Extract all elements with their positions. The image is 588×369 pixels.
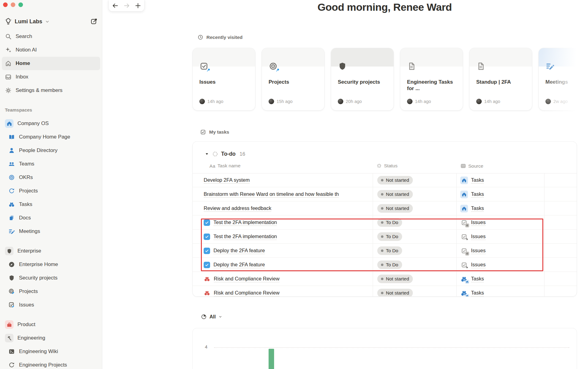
sidebar-item-security-projects[interactable]: Security projects	[2, 271, 100, 285]
forward-arrow-icon[interactable]	[123, 2, 130, 9]
status-badge[interactable]: Not started	[377, 204, 413, 213]
source-cell[interactable]: Tasks	[460, 201, 484, 215]
sidebar-item-meetings[interactable]: Meetings	[2, 225, 100, 238]
status-dot	[381, 278, 383, 280]
source-cell[interactable]: Issues	[460, 230, 486, 244]
task-name-cell[interactable]: Review and address feedback	[204, 201, 371, 215]
source-cell[interactable]: Issues	[460, 258, 486, 272]
source-cell[interactable]: Tasks	[460, 173, 484, 187]
status-badge[interactable]: Not started	[377, 190, 413, 199]
sidebar-item-company-os[interactable]: Company OS	[2, 117, 100, 130]
status-badge[interactable]: Not started	[377, 289, 413, 296]
source-cell[interactable]: Issues	[460, 244, 486, 258]
sidebar-item-settings-members[interactable]: Settings & members	[2, 84, 100, 97]
document-icon	[407, 62, 416, 71]
sidebar-item-teams[interactable]: Teams	[2, 157, 100, 171]
status-badge[interactable]: To Do	[377, 218, 402, 227]
task-row: Test the 2FA implementationTo DoIssues	[193, 215, 577, 230]
sidebar-item-people-directory[interactable]: People Directory	[2, 144, 100, 157]
task-name-cell[interactable]: Risk and Compliance Review	[204, 272, 371, 286]
column-header-source[interactable]: Source	[460, 163, 483, 169]
recent-card-security-projects[interactable]: Security projects20h ago	[331, 48, 394, 110]
status-dot	[381, 249, 383, 252]
recent-card-engineering-tasks-for[interactable]: Engineering Tasks for ...14h ago	[400, 48, 463, 110]
sidebar-item-enterprise-home[interactable]: Enterprise Home	[2, 258, 100, 271]
sidebar-item-okrs[interactable]: OKRs	[2, 171, 100, 184]
task-name-cell[interactable]: Test the 2FA implementation	[204, 230, 371, 244]
sidebar-item-home[interactable]: Home	[2, 57, 100, 70]
sidebar-item-notion-ai[interactable]: Notion AI	[2, 43, 100, 57]
terminal-icon	[8, 348, 15, 355]
recent-card-meetings[interactable]: Meetings2w ago	[539, 48, 588, 110]
minimize-window-button[interactable]	[11, 2, 15, 7]
status-cell: To Do	[377, 244, 402, 258]
sidebar-item-company-home-page[interactable]: Company Home Page	[2, 130, 100, 144]
source-cell[interactable]: Tasks	[460, 272, 484, 286]
sidebar-item-engineering-wiki[interactable]: Engineering Wiki	[2, 345, 100, 358]
avatar	[199, 99, 205, 104]
source-cell[interactable]: Tasks	[460, 187, 484, 201]
status-badge[interactable]: To Do	[377, 232, 402, 241]
sidebar-item-engineering[interactable]: Engineering	[2, 331, 100, 345]
chart-panel: 4	[193, 328, 577, 369]
card-timestamp: 15h ago	[277, 99, 292, 104]
source-cell[interactable]: Tasks	[460, 286, 484, 296]
card-footer: 2w ago	[545, 99, 568, 104]
source-name: Tasks	[471, 177, 484, 184]
sidebar-item-issues[interactable]: Issues	[2, 298, 100, 312]
task-name: Develop 2FA system	[204, 177, 250, 184]
task-name-cell[interactable]: Deploy the 2FA feature	[204, 258, 371, 272]
task-name-cell[interactable]: Brainstorm with Renee Ward on timeline a…	[204, 187, 371, 201]
recently-visited-label: Recently visited	[206, 35, 243, 40]
task-name-cell[interactable]: Risk and Compliance Review	[204, 286, 371, 296]
task-checkbox-checked[interactable]	[204, 234, 210, 240]
avatar	[269, 99, 274, 104]
compose-icon[interactable]	[90, 18, 98, 25]
sidebar-item-tasks[interactable]: Tasks	[2, 198, 100, 211]
column-header-status[interactable]: Status	[376, 163, 398, 169]
task-name-cell[interactable]: Test the 2FA implementation	[204, 215, 371, 230]
card-footer: 14h ago	[476, 99, 500, 104]
sidebar-item-product[interactable]: Product	[2, 318, 100, 331]
filter-label: All	[209, 314, 216, 320]
status-badge[interactable]: To Do	[377, 246, 402, 255]
main-content: Good morning, Renee Ward Recently visite…	[102, 0, 588, 369]
sidebar-item-projects[interactable]: Projects	[2, 184, 100, 198]
recently-visited-cards: Issues14h agoProjects15h agoSecurity pro…	[193, 48, 588, 112]
task-name: Test the 2FA implementation	[213, 219, 277, 226]
todo-group-toggle[interactable]: To-do 16	[205, 151, 245, 157]
task-checkbox-checked[interactable]	[204, 219, 210, 226]
sidebar-item-search[interactable]: Search	[2, 30, 100, 43]
recent-card-standup-2fa[interactable]: Standup | 2FA14h ago	[469, 48, 532, 110]
task-row: Deploy the 2FA featureTo DoIssues	[193, 258, 577, 272]
recent-card-issues[interactable]: Issues14h ago	[193, 48, 255, 110]
status-badge[interactable]: To Do	[377, 261, 402, 269]
task-name: Brainstorm with Renee Ward on timeline a…	[204, 191, 339, 198]
sidebar-top-menu: SearchNotion AIHomeInboxSettings & membe…	[2, 30, 100, 97]
workspace-switcher[interactable]: Lumi Labs	[2, 16, 100, 27]
status-badge[interactable]: Not started	[377, 176, 413, 184]
column-header-task-name[interactable]: Aa Task name	[209, 163, 240, 169]
new-tab-icon[interactable]	[134, 2, 141, 9]
sidebar-item-projects[interactable]: Projects	[2, 285, 100, 298]
status-dot	[381, 264, 383, 266]
card-footer: 20h ago	[338, 99, 362, 104]
sidebar-item-engineering-projects[interactable]: Engineering Projects	[2, 358, 100, 369]
task-checkbox-checked[interactable]	[204, 262, 210, 268]
recent-card-projects[interactable]: Projects15h ago	[262, 48, 324, 110]
close-window-button[interactable]	[3, 2, 8, 7]
task-checkbox-checked[interactable]	[204, 248, 210, 254]
sidebar-item-inbox[interactable]: Inbox	[2, 70, 100, 84]
task-name-cell[interactable]: Develop 2FA system	[204, 173, 371, 187]
back-arrow-icon[interactable]	[112, 2, 119, 9]
status-badge[interactable]: Not started	[377, 275, 413, 283]
source-cell[interactable]: Issues	[460, 215, 486, 230]
tasks-house-icon	[460, 205, 468, 212]
zoom-window-button[interactable]	[18, 2, 23, 7]
sidebar-item-enterprise[interactable]: Enterprise	[2, 244, 100, 258]
sidebar-item-docs[interactable]: Docs	[2, 211, 100, 225]
task-name-cell[interactable]: Deploy the 2FA feature	[204, 244, 371, 258]
status-cell: Not started	[377, 173, 413, 187]
status-dot	[381, 193, 383, 196]
time-filter-dropdown[interactable]: All	[201, 314, 222, 320]
